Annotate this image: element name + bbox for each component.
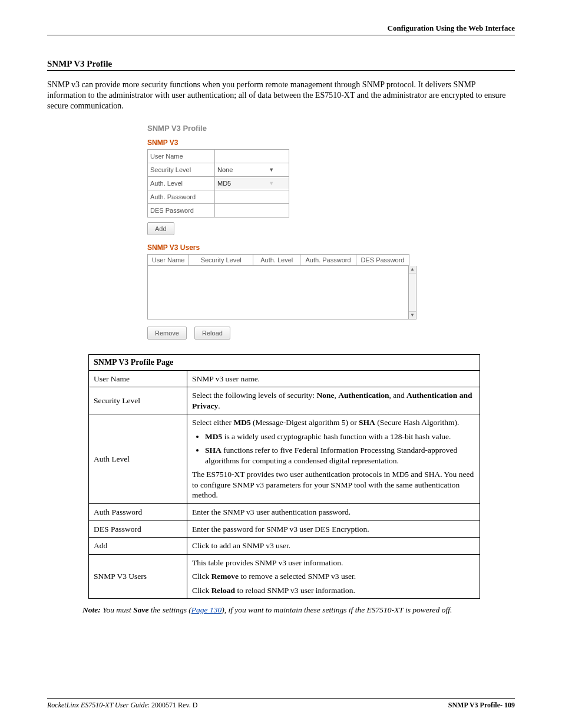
users-col-authlevel: Auth. Level	[253, 254, 300, 265]
users-col-authpass: Auth. Password	[300, 254, 356, 265]
footer-left: RocketLinx ES7510-XT User Guide: 2000571…	[47, 701, 197, 710]
scroll-up-icon[interactable]: ▲	[409, 266, 416, 274]
note-label: Note:	[82, 605, 101, 614]
ref-seclevel-label: Security Level	[89, 387, 187, 414]
ref-authpass-label: Auth Password	[89, 504, 187, 521]
snmp-v3-users-heading: SNMP V3 Users	[147, 243, 515, 252]
ref-authlevel-desc: Select either MD5 (Message-Digest algori…	[187, 414, 480, 504]
page-title: SNMP V3 Profile	[47, 59, 515, 69]
ref-despass-label: DES Password	[89, 521, 187, 538]
snmp-profile-panel: SNMP V3 Profile SNMP V3 User Name Securi…	[147, 124, 515, 340]
page-footer: RocketLinx ES7510-XT User Guide: 2000571…	[47, 698, 515, 710]
users-table-body[interactable]	[147, 266, 409, 319]
add-button[interactable]: Add	[147, 222, 174, 235]
ref-username-desc: SNMP v3 user name.	[187, 370, 480, 387]
auth-level-value: MD5	[215, 178, 252, 189]
users-col-despass: DES Password	[356, 254, 409, 265]
security-level-select[interactable]: None ▼	[215, 164, 289, 175]
users-col-username: User Name	[148, 254, 189, 265]
note-block: Note: You must Save the settings (Page 1…	[82, 605, 515, 615]
chevron-down-icon: ▼	[252, 167, 289, 173]
panel-title: SNMP V3 Profile	[147, 124, 515, 133]
auth-level-select: MD5 ▼	[215, 178, 289, 189]
des-password-input[interactable]	[215, 205, 289, 216]
title-rule	[47, 70, 515, 71]
des-password-label: DES Password	[148, 203, 215, 217]
ref-seclevel-desc: Select the following levels of security:…	[187, 387, 480, 414]
auth-password-input[interactable]	[215, 192, 289, 202]
ref-username-label: User Name	[89, 370, 187, 387]
ref-authpass-desc: Enter the SNMP v3 user authentication pa…	[187, 504, 480, 521]
page-link[interactable]: Page 130	[191, 605, 222, 614]
footer-right: SNMP V3 Profile- 109	[448, 701, 515, 710]
snmp-form: User Name Security Level None ▼ Auth. Le…	[147, 149, 289, 218]
users-scrollbar[interactable]: ▲ ▼	[409, 266, 416, 319]
intro-paragraph: SNMP v3 can provide more security functi…	[47, 80, 515, 112]
chevron-down-icon: ▼	[252, 180, 289, 186]
ref-add-label: Add	[89, 538, 187, 555]
header-breadcrumb: Configuration Using the Web Interface	[47, 24, 515, 35]
users-table-header: User Name Security Level Auth. Level Aut…	[147, 254, 409, 266]
scroll-down-icon[interactable]: ▼	[409, 311, 416, 319]
ref-authlevel-label: Auth Level	[89, 414, 187, 504]
security-level-value: None	[215, 166, 252, 173]
reference-table: SNMP V3 Profile Page User Name SNMP v3 u…	[88, 354, 480, 599]
ref-users-desc: This table provides SNMP v3 user informa…	[187, 554, 480, 599]
auth-password-label: Auth. Password	[148, 190, 215, 203]
reference-table-title: SNMP V3 Profile Page	[89, 354, 480, 370]
user-name-label: User Name	[148, 149, 215, 163]
reload-button[interactable]: Reload	[194, 327, 230, 340]
remove-button[interactable]: Remove	[147, 327, 187, 340]
header-rule	[47, 35, 515, 35]
snmp-v3-heading: SNMP V3	[147, 139, 515, 147]
security-level-label: Security Level	[148, 163, 215, 176]
ref-despass-desc: Enter the password for SNMP v3 user DES …	[187, 521, 480, 538]
users-col-security: Security Level	[189, 254, 253, 265]
user-name-input[interactable]	[215, 151, 289, 162]
auth-level-label: Auth. Level	[148, 176, 215, 190]
ref-users-label: SNMP V3 Users	[89, 554, 187, 599]
ref-add-desc: Click to add an SNMP v3 user.	[187, 538, 480, 555]
